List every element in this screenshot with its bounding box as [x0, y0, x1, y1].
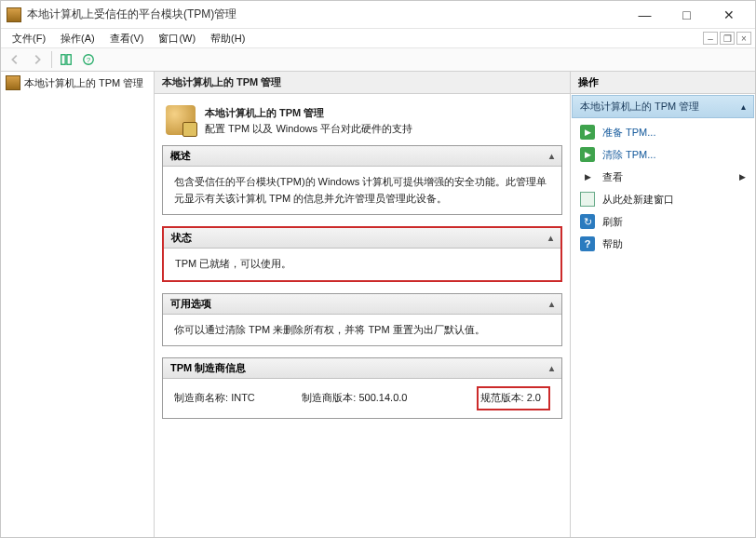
app-icon — [7, 7, 21, 22]
tree-root-label: 本地计算机上的 TPM 管理 — [24, 76, 143, 90]
intro-title: 本地计算机上的 TPM 管理 — [205, 105, 412, 121]
intro-subtitle: 配置 TPM 以及 Windows 平台对此硬件的支持 — [205, 121, 412, 137]
collapse-icon: ▴ — [548, 233, 553, 243]
action-clear-tpm[interactable]: 清除 TPM... — [571, 143, 755, 166]
show-hide-tree-button[interactable] — [56, 50, 76, 69]
action-help[interactable]: 帮助 — [571, 233, 755, 255]
help-toolbar-button[interactable]: ? — [78, 50, 99, 69]
help-icon — [580, 236, 595, 251]
menu-file[interactable]: 文件(F) — [5, 30, 53, 47]
spec-version-label: 规范版本: — [480, 392, 524, 403]
new-window-icon — [580, 192, 595, 207]
menu-window[interactable]: 窗口(W) — [151, 30, 203, 47]
action-help-label: 帮助 — [602, 237, 623, 251]
action-view-label: 查看 — [602, 170, 623, 184]
status-title: 状态 — [171, 231, 192, 245]
collapse-icon: ▴ — [741, 101, 746, 112]
play-icon — [580, 125, 595, 140]
svg-text:?: ? — [87, 56, 91, 64]
refresh-icon — [580, 214, 595, 229]
action-prepare-tpm[interactable]: 准备 TPM... — [571, 121, 755, 143]
details-header: 本地计算机上的 TPM 管理 — [155, 72, 570, 94]
options-title: 可用选项 — [170, 297, 211, 311]
collapse-icon: ▴ — [549, 363, 554, 373]
tree-root-tpm[interactable]: 本地计算机上的 TPM 管理 — [2, 73, 153, 93]
manufacturer-name-label: 制造商名称: — [174, 392, 228, 403]
action-new-window[interactable]: 从此处新建窗口 — [571, 188, 755, 210]
menubar: 文件(F) 操作(A) 查看(V) 窗口(W) 帮助(H) – ❐ × — [1, 29, 755, 47]
action-clear-label: 清除 TPM... — [602, 148, 655, 162]
panel-status: 状态 ▴ TPM 已就绪，可以使用。 — [162, 226, 562, 282]
panel-options: 可用选项 ▴ 你可以通过清除 TPM 来删除所有权，并将 TPM 重置为出厂默认… — [162, 293, 562, 347]
overview-title: 概述 — [170, 149, 191, 163]
window-title: 本地计算机上受信任的平台模块(TPM)管理 — [27, 7, 624, 22]
actions-header: 操作 — [571, 72, 755, 94]
tpm-large-icon — [166, 105, 196, 135]
panel-options-header[interactable]: 可用选项 ▴ — [163, 294, 561, 315]
svg-rect-0 — [61, 55, 65, 65]
manufacturer-version-value: 500.14.0.0 — [358, 392, 407, 403]
panel-manufacturer: TPM 制造商信息 ▴ 制造商名称: INTC 制造商版本: 500.14.0.… — [162, 357, 562, 419]
tpm-icon — [6, 75, 20, 90]
actions-subheader[interactable]: 本地计算机上的 TPM 管理 ▴ — [572, 95, 754, 118]
titlebar: 本地计算机上受信任的平台模块(TPM)管理 — □ ✕ — [1, 1, 755, 29]
menu-view[interactable]: 查看(V) — [102, 30, 152, 47]
spec-version-value: 2.0 — [527, 392, 541, 403]
panel-overview: 概述 ▴ 包含受信任的平台模块(TPM)的 Windows 计算机可提供增强的安… — [162, 145, 562, 215]
manufacturer-name-value: INTC — [231, 392, 255, 403]
minimize-button[interactable]: — — [624, 2, 666, 28]
tree-pane: 本地计算机上的 TPM 管理 — [1, 72, 155, 537]
mdi-restore-button[interactable]: ❐ — [720, 32, 735, 45]
menu-action[interactable]: 操作(A) — [53, 30, 102, 47]
mdi-minimize-button[interactable]: – — [703, 32, 718, 45]
action-view[interactable]: 查看 ▶ — [571, 166, 755, 188]
status-body: TPM 已就绪，可以使用。 — [164, 249, 560, 280]
panel-manufacturer-header[interactable]: TPM 制造商信息 ▴ — [163, 358, 561, 379]
action-refresh[interactable]: 刷新 — [571, 210, 755, 233]
details-pane: 本地计算机上的 TPM 管理 本地计算机上的 TPM 管理 配置 TPM 以及 … — [155, 72, 571, 537]
action-prepare-label: 准备 TPM... — [602, 126, 655, 140]
manufacturer-title: TPM 制造商信息 — [170, 361, 246, 375]
close-button[interactable]: ✕ — [708, 2, 749, 28]
options-body: 你可以通过清除 TPM 来删除所有权，并将 TPM 重置为出厂默认值。 — [163, 315, 561, 346]
play-icon — [580, 147, 595, 162]
manufacturer-version-label: 制造商版本: — [302, 392, 356, 403]
actions-subheader-label: 本地计算机上的 TPM 管理 — [580, 100, 699, 114]
action-new-window-label: 从此处新建窗口 — [602, 193, 674, 207]
collapse-icon: ▴ — [549, 299, 554, 309]
mdi-close-button[interactable]: × — [736, 32, 751, 45]
action-refresh-label: 刷新 — [602, 215, 623, 229]
forward-button — [27, 50, 47, 69]
actions-pane: 操作 本地计算机上的 TPM 管理 ▴ 准备 TPM... 清除 TPM... … — [571, 72, 755, 537]
maximize-button[interactable]: □ — [666, 2, 708, 28]
panel-overview-header[interactable]: 概述 ▴ — [163, 146, 561, 167]
toolbar: ? — [1, 47, 755, 72]
menu-help[interactable]: 帮助(H) — [203, 30, 252, 47]
svg-rect-1 — [67, 55, 71, 65]
back-button — [5, 50, 25, 69]
panel-status-header[interactable]: 状态 ▴ — [164, 228, 560, 249]
submenu-icon: ▶ — [739, 172, 746, 182]
overview-body: 包含受信任的平台模块(TPM)的 Windows 计算机可提供增强的安全功能。此… — [163, 167, 561, 214]
view-icon — [580, 169, 595, 184]
collapse-icon: ▴ — [549, 151, 554, 161]
